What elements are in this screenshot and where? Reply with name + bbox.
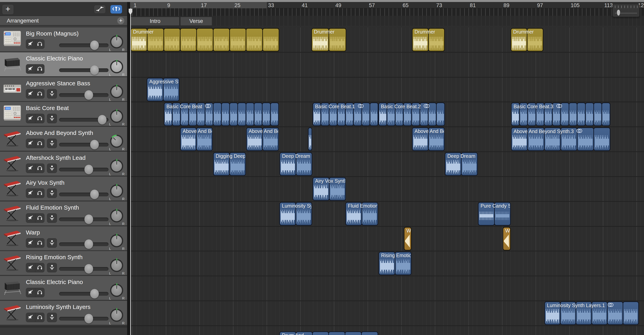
region[interactable]: Drummer [412,28,445,51]
pan-knob[interactable]: LR [109,259,124,276]
track-row[interactable]: Basic Core BeatLR [0,102,127,127]
beat-ruler-ticks[interactable] [130,8,644,16]
region[interactable]: W [404,227,412,251]
track-row[interactable]: Aftershock Synth LeadLR [0,152,127,177]
region[interactable]: Deep Dream S [280,152,312,176]
track-row[interactable]: Above And Beyond SynthLR [0,127,127,152]
bar-ruler[interactable]: 191725334149576573818997105113121 [130,2,644,8]
volume-slider[interactable] [59,240,108,248]
mute-button[interactable] [26,263,35,272]
region[interactable]: Basic Core Beat.2 [378,102,445,126]
solo-button[interactable] [35,139,44,148]
monitor-button[interactable] [47,238,57,248]
solo-button[interactable] [35,64,44,73]
volume-knob[interactable] [84,239,93,249]
region[interactable]: Rising Emotion [378,252,412,275]
pan-knob[interactable]: LR [109,209,124,226]
region[interactable]: Luminosity Sy [279,202,312,226]
automation-button[interactable] [94,5,106,14]
mute-button[interactable] [26,238,35,248]
region[interactable]: Drummer [510,28,544,51]
zoom-slider-widget[interactable] [612,4,640,17]
catch-playhead-button[interactable] [110,5,122,14]
track-row[interactable]: Classic Electric PianoLR [0,52,127,77]
volume-knob[interactable] [84,314,93,323]
region[interactable]: Fluid Emotion [345,202,378,226]
mute-button[interactable] [26,313,35,322]
volume-knob[interactable] [84,165,93,174]
track-row[interactable]: Airy Vox SynthLR [0,177,127,201]
monitor-button[interactable] [47,213,57,223]
region[interactable]: Airy Vox Synth [312,177,346,201]
volume-slider[interactable] [59,190,108,198]
track-row[interactable]: Aggressive Stance BassLR [0,77,127,102]
region[interactable]: Basic Core Beat.3 [511,102,610,126]
solo-button[interactable] [35,263,44,272]
arrangement-marker-lane[interactable]: IntroVerse [130,16,644,27]
volume-slider[interactable] [59,141,108,149]
monitor-button[interactable] [47,89,57,99]
volume-slider[interactable] [59,66,108,74]
volume-knob[interactable] [84,264,93,274]
pan-knob[interactable]: LR [109,184,124,201]
region[interactable]: Luminosity Synth Layers.1 [544,302,639,325]
volume-slider[interactable] [59,166,108,173]
volume-slider[interactable] [59,265,108,273]
region[interactable]: Above And Be [246,127,279,151]
volume-slider[interactable] [59,116,108,124]
pan-knob[interactable]: LR [109,110,124,127]
solo-button[interactable] [35,39,44,49]
region[interactable]: Drummer [311,28,346,51]
region[interactable]: Drummer [130,28,279,51]
monitor-button[interactable] [47,188,57,198]
monitor-button[interactable] [47,313,57,322]
volume-knob[interactable] [98,115,106,124]
volume-slider[interactable] [59,41,108,49]
solo-button[interactable] [35,189,44,198]
mute-button[interactable] [26,288,35,297]
monitor-button[interactable] [47,164,57,173]
pan-knob[interactable]: LR [109,135,124,152]
pan-knob[interactable]: LR [109,85,124,102]
pan-knob[interactable]: LR [109,160,124,177]
region[interactable]: Above And Be [180,127,213,151]
mute-button[interactable] [26,114,35,123]
track-row[interactable]: Big Room (Magnus)LR [0,27,127,52]
add-track-button[interactable]: + [2,4,14,15]
volume-knob[interactable] [90,40,99,50]
track-row[interactable]: Fluid Emotion SynthLR [0,201,127,226]
pan-knob[interactable]: LR [109,234,124,251]
monitor-button[interactable] [47,139,57,148]
volume-knob[interactable] [90,140,99,149]
region[interactable]: Drum And [279,332,378,335]
track-row[interactable]: Rising Emotion SynthLR [0,251,127,276]
mute-button[interactable] [26,39,35,49]
add-arrangement-marker-button[interactable]: + [117,17,124,24]
pan-knob[interactable]: LR [109,35,124,52]
arrange-grid[interactable]: DrummerDrummerDrummerDrummerAggressive S… [130,27,644,335]
region[interactable] [308,127,312,151]
volume-knob[interactable] [84,215,93,224]
volume-knob[interactable] [90,190,99,199]
region[interactable]: Aggressive St [147,78,180,101]
track-row[interactable]: Luminosity Synth LayersLR [0,301,127,326]
region[interactable]: W [503,227,511,251]
zoom-slider-handle[interactable] [617,10,620,15]
mute-button[interactable] [26,89,35,98]
region[interactable]: Digging Deep [213,152,246,176]
monitor-button[interactable] [47,114,57,123]
volume-slider[interactable] [59,215,108,223]
mute-button[interactable] [26,164,35,173]
mute-button[interactable] [26,64,35,73]
volume-knob[interactable] [84,90,93,100]
region[interactable]: Above And Beyond Synth.3 [511,127,610,151]
solo-button[interactable] [35,164,44,173]
volume-knob[interactable] [90,289,99,299]
volume-slider[interactable] [59,91,108,99]
mute-button[interactable] [26,214,35,223]
volume-slider[interactable] [59,315,108,323]
region[interactable]: Above And Be [412,127,445,151]
track-row[interactable]: Classic Electric PianoLR [0,276,127,301]
region[interactable]: Basic Core Beat [164,102,279,126]
pan-knob[interactable]: LR [109,60,124,77]
